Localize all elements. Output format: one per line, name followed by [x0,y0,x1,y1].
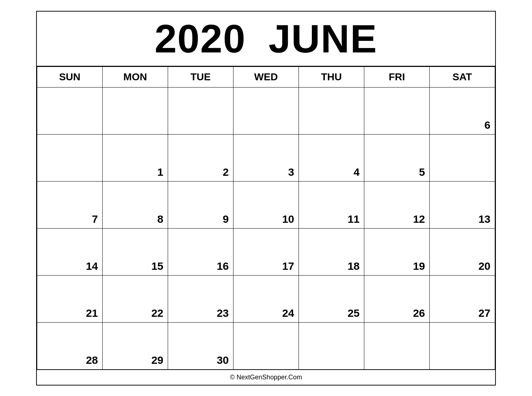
calendar-day-empty [430,134,495,181]
calendar-week-row: 78910111213 [37,181,495,228]
calendar-day-empty [37,134,103,181]
calendar-day-8: 8 [103,181,168,228]
calendar-day-16: 16 [168,228,233,275]
calendar-year: 2020 [155,16,246,61]
calendar-day-9: 9 [168,181,233,228]
calendar-footer: © NextGenShopper.Com [37,370,495,385]
calendar-day-3: 3 [233,134,299,181]
calendar-day-12: 12 [364,181,430,228]
calendar-day-14: 14 [37,228,103,275]
calendar: 2020 JUNE SUNMONTUEWEDTHUFRISAT 61234578… [36,11,496,386]
weekday-header-sat: SAT [430,67,495,87]
calendar-day-17: 17 [233,228,299,275]
calendar-day-22: 22 [103,275,168,322]
calendar-heading: 2020 JUNE [40,19,492,59]
calendar-month: JUNE [269,16,377,61]
calendar-day-empty [299,87,364,134]
calendar-day-28: 28 [37,322,103,369]
calendar-day-21: 21 [37,275,103,322]
calendar-day-2: 2 [168,134,233,181]
calendar-day-5: 5 [364,134,430,181]
calendar-day-empty [103,87,168,134]
calendar-day-19: 19 [364,228,430,275]
calendar-day-empty [299,322,364,369]
calendar-day-15: 15 [103,228,168,275]
weekday-header-sun: SUN [37,67,103,87]
calendar-day-29: 29 [103,322,168,369]
footer-text: © NextGenShopper.Com [230,374,302,381]
calendar-day-20: 20 [430,228,495,275]
calendar-table: SUNMONTUEWEDTHUFRISAT 612345789101112131… [37,67,495,370]
calendar-day-empty [430,322,495,369]
weekday-header-row: SUNMONTUEWEDTHUFRISAT [37,67,495,87]
calendar-day-26: 26 [364,275,430,322]
calendar-week-row: 282930 [37,322,495,369]
calendar-week-row: 12345 [37,134,495,181]
calendar-day-1: 1 [103,134,168,181]
calendar-week-row: 6 [37,87,495,134]
calendar-day-empty [233,87,299,134]
calendar-day-24: 24 [233,275,299,322]
calendar-title: 2020 JUNE [37,12,495,67]
calendar-day-empty [233,322,299,369]
weekday-header-tue: TUE [168,67,233,87]
calendar-day-10: 10 [233,181,299,228]
weekday-header-fri: FRI [364,67,430,87]
calendar-day-empty [364,322,430,369]
calendar-day-4: 4 [299,134,364,181]
calendar-week-row: 21222324252627 [37,275,495,322]
calendar-day-11: 11 [299,181,364,228]
calendar-day-empty [364,87,430,134]
calendar-day-30: 30 [168,322,233,369]
calendar-day-6: 6 [430,87,495,134]
calendar-day-empty [168,87,233,134]
calendar-day-18: 18 [299,228,364,275]
weekday-header-wed: WED [233,67,299,87]
calendar-week-row: 14151617181920 [37,228,495,275]
weekday-header-thu: THU [299,67,364,87]
weekday-header-mon: MON [103,67,168,87]
calendar-day-23: 23 [168,275,233,322]
calendar-day-27: 27 [430,275,495,322]
calendar-day-empty [37,87,103,134]
calendar-day-25: 25 [299,275,364,322]
calendar-day-13: 13 [430,181,495,228]
calendar-day-7: 7 [37,181,103,228]
